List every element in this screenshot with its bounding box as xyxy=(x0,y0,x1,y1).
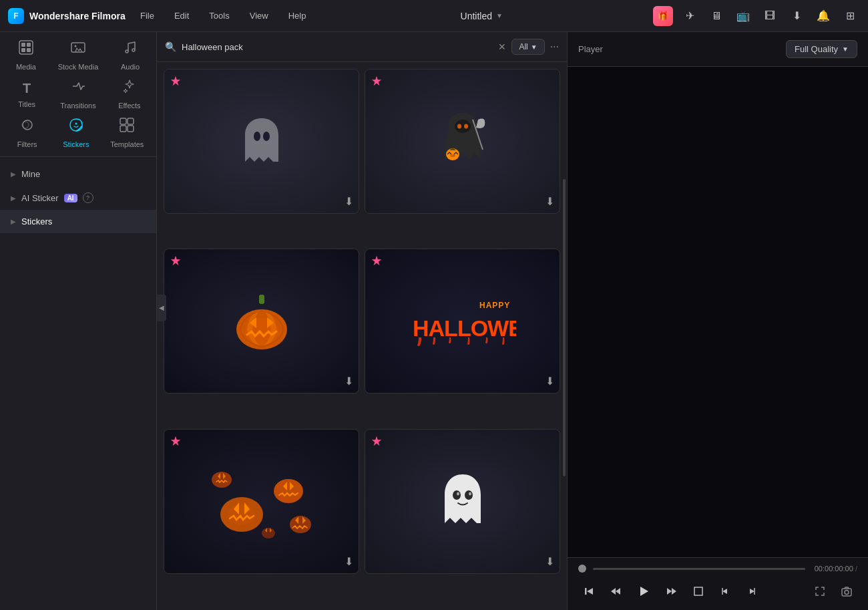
svg-point-22 xyxy=(464,124,468,129)
svg-marker-68 xyxy=(750,589,754,594)
download-ghost-button[interactable]: ⬇ xyxy=(345,195,353,208)
player-screen xyxy=(568,67,868,557)
player-panel: Player Full Quality ▼ 00:00:00:00 / xyxy=(568,32,868,610)
menu-edit[interactable]: Edit xyxy=(170,8,193,23)
svg-point-53 xyxy=(453,490,461,500)
nav-item-media[interactable]: Media xyxy=(6,36,46,75)
player-time: 00:00:00:00 / xyxy=(815,565,857,573)
monitor-icon[interactable]: 🖥 xyxy=(706,6,726,26)
svg-rect-1 xyxy=(21,43,25,47)
sticker-card-jacks[interactable]: ⬇ xyxy=(164,429,359,574)
svg-point-6 xyxy=(74,45,76,47)
title-chevron-icon[interactable]: ▼ xyxy=(496,12,503,19)
svg-marker-66 xyxy=(722,589,727,594)
premium-badge-pumpkin xyxy=(170,255,182,269)
sticker-card-ghost[interactable]: ⬇ xyxy=(164,69,359,214)
main-area: Media Stock Media Audio T Titles xyxy=(0,32,868,610)
nav-item-templates[interactable]: Templates xyxy=(105,114,149,152)
menu-help[interactable]: Help xyxy=(284,8,310,23)
quality-chevron-icon: ▼ xyxy=(842,45,849,53)
nav-item-effects[interactable]: Effects xyxy=(110,75,150,114)
nav-item-filters[interactable]: Filters xyxy=(7,114,47,152)
nav-item-stickers[interactable]: Stickers xyxy=(56,114,96,152)
media-icon xyxy=(19,40,33,59)
download-icon[interactable]: ⬇ xyxy=(787,6,807,26)
nav-item-transitions[interactable]: Transitions xyxy=(55,75,101,114)
menu-bar: File Edit Tools View Help xyxy=(136,8,310,23)
search-clear-button[interactable]: ✕ xyxy=(498,41,506,52)
svg-point-11 xyxy=(75,123,77,125)
sidebar-item-ai-sticker[interactable]: ▶ AI Sticker AI ? xyxy=(0,186,156,210)
crop-frame-button[interactable] xyxy=(688,581,709,602)
menu-file[interactable]: File xyxy=(136,8,158,23)
svg-point-39 xyxy=(228,504,255,525)
download-white-ghost-button[interactable]: ⬇ xyxy=(546,555,554,568)
download-reaper-button[interactable]: ⬇ xyxy=(546,195,554,208)
collapse-panel-button[interactable]: ◀ xyxy=(157,295,166,321)
fast-forward-button[interactable] xyxy=(661,581,682,602)
send-icon[interactable]: ✈ xyxy=(680,6,700,26)
nav-media-label: Media xyxy=(16,63,36,71)
download-halloween-text-button[interactable]: ⬇ xyxy=(546,375,554,388)
svg-marker-19 xyxy=(372,76,381,86)
more-options-button[interactable]: ··· xyxy=(550,41,559,53)
scroll-indicator xyxy=(563,179,566,476)
sidebar-item-stickers[interactable]: ▶ Stickers xyxy=(0,210,156,233)
svg-point-25 xyxy=(450,154,455,157)
filters-icon xyxy=(20,118,35,136)
rewind-button[interactable] xyxy=(605,581,626,602)
filmstrip-icon[interactable]: 🎞 xyxy=(760,6,780,26)
download-pumpkin-button[interactable]: ⬇ xyxy=(345,375,353,388)
quality-dropdown[interactable]: Full Quality ▼ xyxy=(786,40,857,58)
sticker-card-pumpkin[interactable]: ⬇ xyxy=(164,249,359,394)
player-label: Player xyxy=(578,44,603,54)
svg-point-20 xyxy=(455,120,471,133)
svg-text:HAPPY: HAPPY xyxy=(479,301,510,310)
progress-track[interactable] xyxy=(593,568,805,570)
sticker-card-reaper[interactable]: ⬇ xyxy=(365,69,560,214)
svg-marker-16 xyxy=(171,76,180,86)
nav-stock-label: Stock Media xyxy=(58,63,99,71)
mark-out-button[interactable] xyxy=(741,581,763,602)
svg-text:HALLOWEEN: HALLOWEEN xyxy=(413,315,516,341)
svg-point-18 xyxy=(263,132,270,141)
menu-view[interactable]: View xyxy=(246,8,272,23)
snapshot-button[interactable] xyxy=(836,581,857,602)
svg-point-40 xyxy=(274,479,303,503)
svg-rect-3 xyxy=(21,48,25,52)
svg-point-21 xyxy=(457,124,461,129)
nav-audio-label: Audio xyxy=(121,63,140,71)
fullscreen-button[interactable] xyxy=(809,581,831,602)
premium-badge-ghost xyxy=(170,75,182,90)
grid-layout-icon[interactable]: ⊞ xyxy=(840,6,860,26)
search-input[interactable] xyxy=(182,42,493,52)
notification-icon[interactable]: 🔔 xyxy=(813,6,833,26)
sticker-card-halloween-text[interactable]: HAPPY HALLOWEEN ⬇ xyxy=(365,249,560,394)
sidebar-item-mine[interactable]: ▶ Mine xyxy=(0,162,156,186)
play-button[interactable] xyxy=(632,579,656,603)
gift-button[interactable]: 🎁 xyxy=(653,6,673,26)
svg-point-8 xyxy=(132,49,135,51)
premium-badge-jacks xyxy=(170,435,182,450)
svg-rect-5 xyxy=(71,43,85,52)
transitions-icon xyxy=(71,79,85,98)
download-jacks-button[interactable]: ⬇ xyxy=(345,555,353,568)
app-logo: F Wondershare Filmora xyxy=(8,8,128,24)
nav-item-stock-media[interactable]: Stock Media xyxy=(53,36,104,75)
step-back-button[interactable] xyxy=(578,581,600,602)
nav-item-titles[interactable]: T Titles xyxy=(7,77,47,112)
filter-dropdown[interactable]: All ▼ xyxy=(511,39,544,55)
white-ghost-sticker-art xyxy=(365,430,560,573)
sticker-card-white-ghost[interactable]: ⬇ xyxy=(365,429,560,574)
nav-item-audio[interactable]: Audio xyxy=(110,36,150,75)
title-bar-center: Untitled ▼ xyxy=(318,11,645,21)
info-icon[interactable]: ? xyxy=(83,192,93,203)
ghost-sticker-art xyxy=(164,69,359,213)
app-logo-icon: F xyxy=(8,8,24,24)
export-icon[interactable]: 📺 xyxy=(733,6,753,26)
menu-tools[interactable]: Tools xyxy=(205,8,233,23)
mark-in-button[interactable] xyxy=(714,581,736,602)
svg-point-56 xyxy=(469,492,471,496)
svg-rect-15 xyxy=(128,126,134,132)
svg-marker-59 xyxy=(611,588,616,595)
